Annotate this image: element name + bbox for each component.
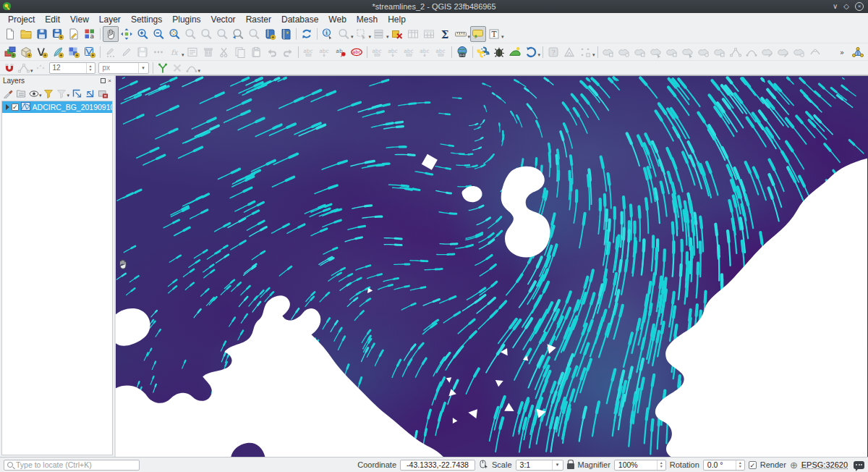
maximize-button[interactable]: ◇ — [843, 3, 849, 10]
zoom-next-icon[interactable] — [246, 26, 262, 42]
zoom-in-icon[interactable] — [135, 26, 150, 42]
crs-globe-icon[interactable]: ⊕ — [790, 460, 798, 470]
magnifier-spin[interactable]: 100% ▲▼ — [614, 460, 666, 471]
merge-features-icon[interactable] — [791, 44, 807, 60]
delete-selected-icon[interactable] — [200, 44, 216, 60]
zoom-to-layer-icon[interactable] — [198, 26, 214, 42]
layer-name[interactable]: ADCIRC_BG_20190910_1t — [33, 103, 112, 111]
snapping-tolerance-spin[interactable]: 12▲▼ — [49, 62, 95, 74]
paste-features-icon[interactable] — [248, 44, 264, 60]
statistics-icon[interactable]: Σ — [437, 26, 453, 42]
delete-part-icon[interactable] — [712, 44, 728, 60]
text-annotation-icon[interactable]: T — [486, 26, 502, 42]
scale-lock-icon[interactable] — [567, 463, 574, 469]
menu-layer[interactable]: Layer — [94, 14, 126, 25]
snapping-toggle-icon[interactable] — [2, 61, 17, 75]
select-by-value-icon[interactable] — [371, 26, 387, 42]
label-rotate-icon[interactable]: abc — [401, 44, 417, 60]
float-panel-icon[interactable] — [101, 78, 106, 83]
new-spatialite-icon[interactable] — [50, 44, 66, 60]
stepper-icon[interactable]: ▲▼ — [657, 460, 665, 470]
close-panel-icon[interactable]: × — [108, 78, 111, 84]
modify-attributes-icon[interactable] — [184, 44, 200, 60]
stepper-icon[interactable]: ▲▼ — [86, 63, 95, 73]
map-tips-icon[interactable] — [470, 26, 486, 42]
style-manager-icon[interactable]: a — [82, 26, 98, 42]
trace-offset-icon[interactable] — [184, 61, 199, 75]
layer-labeling-icon[interactable]: ab — [333, 44, 349, 60]
toggle-editing-icon[interactable] — [119, 44, 135, 60]
delete-ring-icon[interactable] — [696, 44, 712, 60]
close-button[interactable]: × — [855, 2, 864, 11]
identify-features-icon[interactable]: i — [320, 26, 336, 42]
pan-to-selection-icon[interactable] — [119, 26, 135, 42]
save-project-icon[interactable] — [34, 26, 50, 42]
scale-combo[interactable]: 3:1 ▾ — [516, 460, 563, 471]
attribute-table-views-icon[interactable] — [421, 26, 437, 42]
split-features-icon[interactable] — [760, 44, 775, 60]
open-attribute-table-icon[interactable] — [405, 26, 421, 42]
map-canvas[interactable] — [116, 75, 868, 457]
plugin-green-icon[interactable] — [507, 44, 523, 60]
map-themes-icon[interactable] — [27, 87, 40, 99]
snapping-options-icon[interactable] — [33, 61, 48, 75]
add-record-icon[interactable] — [150, 44, 166, 60]
filter-legend-icon[interactable] — [43, 87, 55, 99]
snapping-mode-icon[interactable] — [17, 61, 31, 75]
layer-item[interactable]: ✓ ADCIRC_BG_20190910_1t — [2, 101, 112, 113]
menu-view[interactable]: View — [65, 14, 94, 25]
open-project-icon[interactable] — [18, 26, 34, 42]
render-checkbox[interactable]: ✓ — [749, 461, 757, 469]
rotation-spin[interactable]: 0.0 ° ▲▼ — [703, 460, 745, 471]
new-virtual-layer-icon[interactable] — [66, 44, 82, 60]
locator-box[interactable] — [4, 460, 140, 471]
crs-status[interactable]: EPSG:32620 — [801, 460, 848, 469]
label-show-hide-icon[interactable]: abc — [417, 44, 433, 60]
new-project-icon[interactable] — [2, 26, 18, 42]
layer-diagram-icon[interactable]: abc — [349, 44, 365, 60]
zoom-to-selection-icon[interactable] — [182, 26, 198, 42]
minimize-button[interactable]: ∨ — [833, 3, 838, 10]
remove-layer-icon[interactable] — [96, 87, 109, 99]
deselect-features-icon[interactable] — [389, 26, 405, 42]
label-move-icon[interactable]: abc — [386, 44, 401, 60]
metasearch-icon[interactable] — [454, 44, 470, 60]
add-ring-icon[interactable] — [648, 44, 664, 60]
fill-ring-icon[interactable] — [680, 44, 696, 60]
menu-help[interactable]: Help — [383, 14, 411, 25]
menu-project[interactable]: Project — [3, 14, 40, 25]
menu-raster[interactable]: Raster — [241, 14, 276, 25]
advanced-digitizing-icon[interactable] — [577, 44, 593, 60]
add-part-icon[interactable] — [664, 44, 680, 60]
menu-web[interactable]: Web — [323, 14, 351, 25]
processing-history-icon[interactable] — [523, 44, 539, 60]
menu-mesh[interactable]: Mesh — [352, 14, 383, 25]
toolbar-overflow-icon[interactable]: » — [834, 44, 850, 60]
snapping-unit-combo[interactable]: px▾ — [98, 62, 149, 74]
extents-toggle-icon[interactable] — [479, 460, 488, 471]
field-calculator-icon[interactable]: fx — [166, 44, 182, 60]
measure-angle-icon[interactable] — [561, 44, 577, 60]
pan-map-icon[interactable] — [103, 26, 119, 42]
new-shapefile-icon[interactable] — [34, 44, 50, 60]
cut-features-icon[interactable] — [216, 44, 232, 60]
rotate-feature-icon[interactable] — [616, 44, 632, 60]
plugin-bug-icon[interactable] — [491, 44, 507, 60]
locator-input[interactable] — [16, 460, 136, 469]
offset-curve-icon[interactable] — [744, 44, 760, 60]
undo-icon[interactable] — [264, 44, 280, 60]
current-edits-icon[interactable] — [103, 44, 119, 60]
layer-styling-icon[interactable] — [1, 87, 14, 99]
new-geopackage-icon[interactable] — [18, 44, 34, 60]
mesh-digitizing-icon[interactable] — [850, 44, 866, 60]
run-feature-action-icon[interactable] — [336, 26, 352, 42]
data-source-manager-icon[interactable] — [2, 44, 18, 60]
stepper-icon[interactable]: ▲▼ — [736, 460, 744, 470]
new-mesh-layer-icon[interactable] — [82, 44, 98, 60]
messages-icon[interactable] — [854, 461, 864, 469]
menu-settings[interactable]: Settings — [126, 14, 167, 25]
zoom-native-icon[interactable] — [214, 26, 230, 42]
bookmarks-icon[interactable] — [262, 26, 278, 42]
menu-edit[interactable]: Edit — [40, 14, 65, 25]
reshape-features-icon[interactable] — [728, 44, 744, 60]
